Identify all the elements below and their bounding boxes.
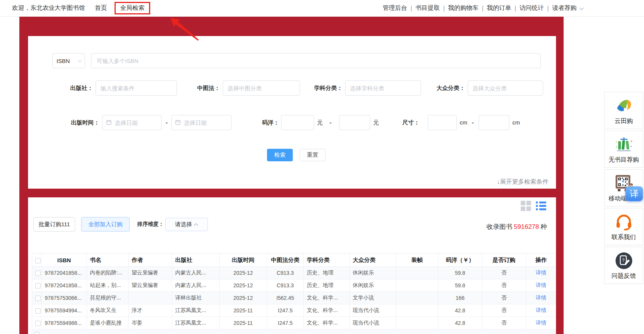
nav-global-search[interactable]: 全局检索 bbox=[120, 5, 145, 11]
size-unit-label: cm bbox=[460, 115, 467, 130]
book-table: ISBN书名作者出版社出版时间中图法分类学科分类大众分类装帧码洋（￥）是否订购操… bbox=[32, 253, 556, 329]
nav-reader-recommend[interactable]: 读者荐购 bbox=[552, 4, 576, 12]
cell: 166 bbox=[438, 292, 482, 304]
row-checkbox[interactable] bbox=[35, 271, 41, 276]
price-range-dash: - bbox=[330, 115, 331, 130]
isbn-select-value: ISBN bbox=[57, 58, 70, 64]
translate-badge[interactable]: 译 bbox=[625, 186, 643, 201]
cell: 休闲娱乐 bbox=[350, 279, 396, 292]
col-header-8: 大众分类 bbox=[350, 254, 396, 267]
nav-orders[interactable]: 我的订单 bbox=[487, 4, 511, 12]
col-header-3: 作者 bbox=[129, 254, 172, 267]
row-checkbox[interactable] bbox=[34, 332, 39, 334]
cell: 59.8 bbox=[438, 267, 482, 279]
detail-link[interactable]: 详情 bbox=[536, 307, 547, 313]
cell: 内蒙古人民... bbox=[172, 267, 220, 279]
row-checkbox[interactable] bbox=[35, 308, 41, 314]
sidebar-item-label: 联系我们 bbox=[605, 233, 642, 241]
classification-fields-row: 出版社：中图法：学科分类：大众分类： bbox=[28, 80, 556, 96]
publisher-input[interactable] bbox=[96, 80, 177, 96]
cell: 59.8 bbox=[438, 279, 482, 292]
price-max-input[interactable] bbox=[339, 115, 370, 130]
row-checkbox[interactable] bbox=[35, 283, 41, 288]
col-header-7: 学科分类 bbox=[304, 254, 350, 267]
results-panel: 批量订购111 全部加入订购 排序维度： 请选择 收录图书5916278种 IS… bbox=[28, 197, 556, 334]
book-table-wrap: ISBN书名作者出版社出版时间中图法分类学科分类大众分类装帧码洋（￥）是否订购操… bbox=[32, 253, 556, 329]
cell: 文学小说 bbox=[350, 292, 396, 304]
batch-order-button[interactable]: 批量订购111 bbox=[33, 217, 75, 232]
expand-more-link[interactable]: ↓展开更多检索条件 bbox=[497, 178, 548, 186]
cell bbox=[396, 304, 438, 317]
feedback-icon: ? bbox=[605, 251, 642, 271]
detail-link[interactable]: 详情 bbox=[536, 282, 547, 288]
select-all-checkbox[interactable] bbox=[35, 258, 41, 263]
detail-link[interactable]: 详情 bbox=[536, 269, 547, 276]
cell: 否 bbox=[482, 304, 526, 317]
cell: 译林出版社 bbox=[172, 292, 220, 304]
topbar-right-nav: 管理后台|书目提取|我的购物车|我的订单|访问统计|读者荐购 bbox=[383, 4, 644, 12]
sidebar-item-yuntiangou[interactable]: 云田购 bbox=[604, 92, 643, 129]
list-view-icon[interactable] bbox=[536, 201, 546, 211]
col-header-12: 操作 bbox=[526, 254, 556, 267]
clc-input[interactable] bbox=[223, 80, 300, 96]
nav-admin[interactable]: 管理后台 bbox=[383, 4, 407, 12]
nav-separator: | bbox=[410, 5, 412, 12]
price-min-input[interactable] bbox=[281, 115, 314, 130]
detail-link[interactable]: 详情 bbox=[536, 320, 547, 326]
nav-cart[interactable]: 我的购物车 bbox=[448, 4, 479, 12]
clc-label: 中图法： bbox=[180, 85, 220, 92]
mass-field-group: 大众分类： bbox=[416, 80, 543, 96]
cell: 97872041858... bbox=[42, 279, 87, 292]
size-unit-label: cm bbox=[512, 115, 520, 130]
detail-link[interactable]: 详情 bbox=[536, 295, 547, 301]
row-checkbox[interactable] bbox=[35, 296, 41, 301]
cell: 站起来，别... bbox=[87, 279, 129, 292]
cell: 否 bbox=[482, 279, 526, 292]
cell: 江苏凤凰文... bbox=[172, 317, 220, 329]
publisher-label: 出版社： bbox=[43, 85, 93, 92]
cell: I247.5 bbox=[267, 317, 304, 329]
add-all-button[interactable]: 全部加入订购 bbox=[81, 217, 130, 232]
reset-button[interactable]: 重置 bbox=[300, 149, 325, 161]
cell: 2025-12 bbox=[220, 292, 267, 304]
nav-stats[interactable]: 访问统计 bbox=[520, 4, 544, 12]
subject-input[interactable] bbox=[345, 80, 421, 96]
nav-extract[interactable]: 书目提取 bbox=[415, 4, 440, 12]
books-recommend-icon bbox=[605, 135, 642, 154]
calendar-icon bbox=[175, 120, 181, 125]
nav-separator: | bbox=[482, 5, 484, 12]
publish-date-end-wrap bbox=[171, 115, 231, 130]
cell: 否 bbox=[482, 267, 526, 279]
sidebar-item-contact-us[interactable]: 联系我们 bbox=[604, 208, 643, 245]
sort-select[interactable]: 请选择 bbox=[165, 218, 208, 231]
sidebar-item-feedback[interactable]: ?问题反馈 bbox=[604, 247, 643, 284]
mass-input[interactable] bbox=[468, 80, 543, 96]
cell: C913.3 bbox=[267, 279, 304, 292]
cell: 2025-12 bbox=[220, 267, 267, 279]
search-button[interactable]: 检索 bbox=[267, 149, 293, 161]
table-row: 97875594988...是谁小鹿乱撞岑姜江苏凤凰文...2025-11I24… bbox=[32, 317, 556, 329]
isbn-input[interactable] bbox=[91, 53, 541, 68]
isbn-field-select[interactable]: ISBN bbox=[52, 53, 85, 68]
nav-separator: | bbox=[443, 5, 445, 12]
publisher-field-group: 出版社： bbox=[43, 80, 177, 96]
grid-view-icon[interactable] bbox=[521, 201, 531, 211]
calendar-icon bbox=[106, 120, 112, 125]
cell: 97872041858... bbox=[42, 267, 87, 279]
cell: 2025-11 bbox=[220, 317, 267, 329]
size-min-input[interactable] bbox=[428, 115, 457, 130]
nav-separator: | bbox=[547, 5, 549, 12]
size-max-input[interactable] bbox=[479, 115, 509, 130]
cell: 42.8 bbox=[438, 304, 482, 317]
chevron-down-icon bbox=[78, 58, 82, 62]
row-checkbox[interactable] bbox=[35, 321, 41, 326]
cell bbox=[129, 292, 172, 304]
cell: 历史、地理 bbox=[304, 267, 350, 279]
sidebar-item-no-list-recommend[interactable]: 无书目荐购 bbox=[604, 131, 643, 168]
headset-icon bbox=[605, 212, 642, 232]
col-header-11: 是否订购 bbox=[482, 254, 526, 267]
topbar: 欢迎，东北农业大学图书馆 首页 全局检索 管理后台|书目提取|我的购物车|我的订… bbox=[0, 0, 644, 17]
nav-home[interactable]: 首页 bbox=[95, 4, 107, 12]
svg-text:?: ? bbox=[622, 258, 625, 263]
table-row: 97875594994...冬风吹又生淳才江苏凤凰文...2025-11I247… bbox=[32, 304, 556, 317]
